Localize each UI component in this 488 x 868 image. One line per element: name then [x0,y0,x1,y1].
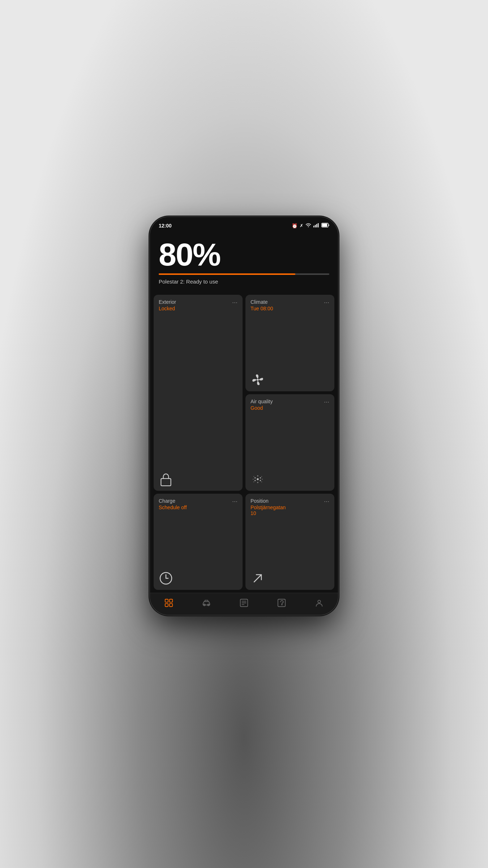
position-title: Position [251,498,286,504]
exterior-more-button[interactable]: ··· [232,299,237,306]
air-quality-card-header: Air quality Good ··· [251,399,329,411]
svg-point-16 [262,479,263,480]
svg-point-20 [261,481,262,482]
svg-rect-23 [170,599,172,602]
alarm-icon: ⏰ [292,223,297,229]
exterior-card[interactable]: Exterior Locked ··· [154,295,243,491]
nav-car[interactable] [197,597,215,609]
svg-point-19 [253,481,254,482]
hero-section: 80% Polestar 2: Ready to use [150,231,338,290]
charge-more-button[interactable]: ··· [232,498,237,505]
svg-point-8 [257,478,258,480]
nav-dashboard[interactable] [160,597,178,609]
climate-more-button[interactable]: ··· [324,299,329,306]
air-quality-more-button[interactable]: ··· [324,399,329,405]
svg-rect-2 [316,224,317,227]
battery-icon [321,223,329,229]
climate-subtitle: Tue 08:00 [251,306,273,311]
bluetooth-icon: ✗ [300,223,303,228]
charge-card[interactable]: Charge Schedule off ··· [154,494,243,590]
climate-card-header: Climate Tue 08:00 ··· [251,299,329,311]
vehicle-status: Polestar 2: Ready to use [159,278,329,285]
nav-profile[interactable] [310,597,328,609]
climate-title: Climate [251,299,273,305]
clock-icon [159,571,237,586]
nav-support[interactable] [273,597,291,609]
svg-point-31 [318,600,320,603]
exterior-title-group: Exterior Locked [159,299,176,311]
svg-rect-25 [170,604,172,607]
battery-percent: 80% [159,239,329,271]
svg-point-10 [260,477,261,479]
air-quality-title: Air quality [251,399,273,404]
position-card-header: Position Polstjärnegatan10 ··· [251,498,329,516]
exterior-subtitle: Locked [159,306,176,311]
progress-bar [159,273,329,275]
svg-point-11 [254,480,256,481]
navigate-icon [251,571,329,586]
progress-bar-fill [159,273,295,275]
svg-point-13 [257,475,258,477]
status-icons: ⏰ ✗ [292,223,329,229]
svg-point-9 [254,477,256,479]
position-card[interactable]: Position Polstjärnegatan10 ··· [245,494,334,590]
status-time: 12:00 [159,223,172,229]
svg-point-14 [257,482,258,483]
charge-subtitle: Schedule off [159,505,187,510]
charge-title-group: Charge Schedule off [159,498,187,510]
charge-title: Charge [159,498,187,504]
status-bar: 12:00 ⏰ ✗ [150,217,338,231]
climate-card[interactable]: Climate Tue 08:00 ··· [245,295,334,391]
nav-list[interactable] [235,597,253,609]
bottom-nav [150,593,338,615]
exterior-title: Exterior [159,299,176,305]
phone-frame: 12:00 ⏰ ✗ [150,217,338,615]
screen: 12:00 ⏰ ✗ [150,217,338,615]
svg-rect-22 [165,599,168,602]
grid-section: Exterior Locked ··· Climate [150,290,338,593]
position-title-group: Position Polstjärnegatan10 [251,498,286,516]
svg-point-7 [257,379,258,380]
svg-rect-3 [318,223,318,227]
svg-point-15 [253,479,254,480]
exterior-card-header: Exterior Locked ··· [159,299,237,311]
fan-icon [251,373,329,387]
wifi-icon [305,223,311,229]
air-quality-title-group: Air quality Good [251,399,273,411]
svg-rect-6 [161,478,171,486]
air-quality-subtitle: Good [251,405,273,411]
svg-point-30 [282,604,282,605]
svg-rect-24 [165,604,168,607]
signal-icon [313,223,319,229]
svg-rect-1 [315,225,316,227]
svg-point-12 [260,480,261,481]
svg-rect-0 [313,226,314,227]
lock-icon [159,472,237,486]
svg-point-18 [261,476,262,477]
position-more-button[interactable]: ··· [324,498,329,505]
air-quality-icon [251,472,329,486]
position-subtitle: Polstjärnegatan10 [251,505,286,516]
svg-point-17 [253,476,254,477]
air-quality-card[interactable]: Air quality Good ··· [245,394,334,491]
climate-title-group: Climate Tue 08:00 [251,299,273,311]
svg-rect-5 [322,224,327,226]
charge-card-header: Charge Schedule off ··· [159,498,237,510]
